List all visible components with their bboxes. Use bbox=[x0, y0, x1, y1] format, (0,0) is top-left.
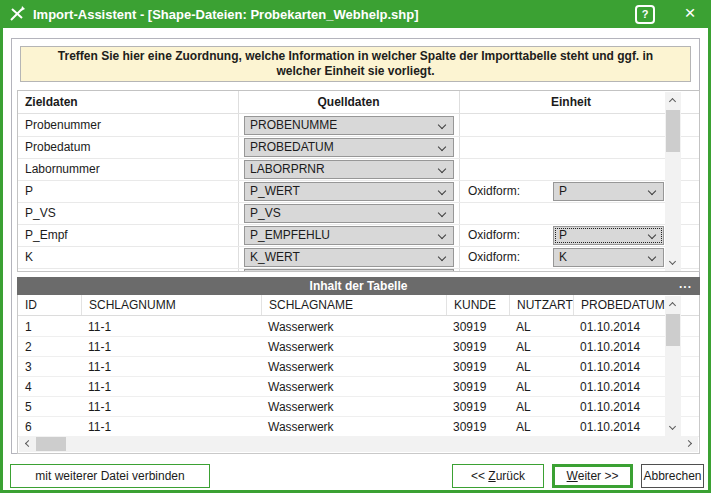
scrollbar-thumb[interactable] bbox=[36, 437, 66, 451]
mapping-row: ProbedatumPROBEDATUM bbox=[18, 137, 699, 159]
quelldaten-dropdown-probenummer[interactable]: PROBENUMME bbox=[244, 116, 454, 135]
quelldaten-dropdown-labornummer[interactable]: LABORPRNR bbox=[244, 160, 454, 179]
dropdown-value: P_WERT bbox=[250, 184, 300, 198]
dropdown-value: LABORPRNR bbox=[250, 162, 325, 176]
chevron-down-icon bbox=[438, 143, 446, 151]
help-button[interactable]: ? bbox=[635, 5, 655, 24]
table-row[interactable]: 211-1Wasserwerk30919AL01.10.2014 bbox=[18, 337, 699, 357]
scroll-up-arrow-icon[interactable] bbox=[665, 296, 681, 312]
import-assistant-dialog: Import-Assistent - [Shape-Dateien: Probe… bbox=[0, 0, 711, 493]
mapping-row: LabornummerLABORPRNR bbox=[18, 159, 699, 181]
chevron-down-icon bbox=[648, 187, 656, 195]
quelldaten-dropdown-p_empf[interactable]: P_EMPFEHLU bbox=[244, 226, 454, 245]
close-button[interactable]: × bbox=[677, 3, 703, 25]
table-cell: 11-1 bbox=[81, 317, 261, 337]
zieldaten-label: P_VS bbox=[25, 203, 56, 224]
zieldaten-label: K bbox=[25, 247, 33, 268]
zieldaten-label: Probedatum bbox=[25, 137, 90, 158]
einheit-dropdown-p[interactable]: P bbox=[553, 182, 664, 201]
table-cell: AL bbox=[509, 337, 573, 357]
mapping-vertical-scrollbar[interactable] bbox=[665, 92, 681, 271]
table-cell: AL bbox=[509, 317, 573, 337]
zieldaten-label: Labornummer bbox=[25, 159, 100, 180]
app-crossed-arrows-icon bbox=[8, 5, 26, 23]
table-cell: Wasserwerk bbox=[261, 377, 446, 397]
zieldaten-label: Probenummer bbox=[25, 115, 101, 136]
table-cell: AL bbox=[509, 417, 573, 437]
mapping-row: P_VSP_VS bbox=[18, 203, 699, 225]
quelldaten-dropdown-probedatum[interactable]: PROBEDATUM bbox=[244, 138, 454, 157]
mapping-rows: ProbenummerPROBENUMMEProbedatumPROBEDATU… bbox=[18, 115, 699, 269]
chevron-down-icon bbox=[438, 253, 446, 261]
chevron-down-icon bbox=[438, 187, 446, 195]
zieldaten-label: P bbox=[25, 181, 33, 202]
dropdown-value: K_WERT bbox=[250, 250, 300, 264]
table-horizontal-scrollbar[interactable] bbox=[19, 436, 698, 452]
table-cell: Wasserwerk bbox=[261, 357, 446, 377]
scroll-right-arrow-icon[interactable] bbox=[682, 436, 698, 452]
dropdown-value: PROBEDATUM bbox=[250, 140, 334, 154]
table-row[interactable]: 611-1Wasserwerk30919AL01.10.2014 bbox=[18, 417, 699, 437]
next-button[interactable]: Weiter >> bbox=[552, 464, 633, 488]
more-options-button[interactable]: ... bbox=[679, 277, 692, 295]
table-cell: Wasserwerk bbox=[261, 417, 446, 437]
table-cell: 30919 bbox=[446, 397, 509, 417]
mapping-row: KK_WERTOxidform:K bbox=[18, 247, 699, 269]
einheit-dropdown-k[interactable]: K bbox=[553, 248, 664, 267]
table-cell: 30919 bbox=[446, 317, 509, 337]
table-cell: 4 bbox=[18, 377, 81, 397]
table-cell: 6 bbox=[18, 417, 81, 437]
table-vertical-scrollbar[interactable] bbox=[665, 296, 681, 436]
table-cell: 11-1 bbox=[81, 357, 261, 377]
table-row[interactable]: 111-1Wasserwerk30919AL01.10.2014 bbox=[18, 317, 699, 337]
column-header-probedatum: PROBEDATUM bbox=[573, 295, 665, 315]
window-title: Import-Assistent - [Shape-Dateien: Probe… bbox=[33, 7, 419, 22]
dropdown-value: P bbox=[559, 228, 567, 242]
back-label: << Zurück bbox=[471, 469, 525, 483]
back-button[interactable]: << Zurück bbox=[452, 464, 544, 488]
table-section-title: Inhalt der Tabelle bbox=[310, 279, 408, 293]
table-row[interactable]: 411-1Wasserwerk30919AL01.10.2014 bbox=[18, 377, 699, 397]
dropdown-value: PROBENUMME bbox=[250, 118, 337, 132]
scrollbar-thumb[interactable] bbox=[666, 314, 680, 346]
chevron-down-icon bbox=[438, 209, 446, 217]
scroll-up-arrow-icon[interactable] bbox=[665, 92, 681, 108]
table-cell: 30919 bbox=[446, 337, 509, 357]
scroll-left-arrow-icon[interactable] bbox=[19, 436, 35, 452]
mapping-row: PP_WERTOxidform:P bbox=[18, 181, 699, 203]
wizard-page-panel: Treffen Sie hier eine Zuordnung, welche … bbox=[11, 38, 700, 454]
header-quelldaten: Quelldaten bbox=[238, 91, 459, 114]
chevron-down-icon bbox=[648, 231, 656, 239]
table-cell: 11-1 bbox=[81, 417, 261, 437]
column-header-id: ID bbox=[18, 295, 81, 315]
dropdown-value: P_VS bbox=[250, 206, 281, 220]
scrollbar-thumb[interactable] bbox=[666, 110, 680, 152]
table-cell: 30919 bbox=[446, 357, 509, 377]
column-header-schlagname: SCHLAGNAME bbox=[261, 295, 446, 315]
column-header-schlagnumm: SCHLAGNUMM bbox=[81, 295, 261, 315]
chevron-down-icon bbox=[438, 231, 446, 239]
table-row[interactable]: 311-1Wasserwerk30919AL01.10.2014 bbox=[18, 357, 699, 377]
table-cell: 11-1 bbox=[81, 337, 261, 357]
table-cell: Wasserwerk bbox=[261, 317, 446, 337]
einheit-dropdown-p_empf[interactable]: P bbox=[553, 226, 664, 245]
dropdown-value: K bbox=[559, 250, 567, 264]
quelldaten-dropdown-p[interactable]: P_WERT bbox=[244, 182, 454, 201]
merge-with-file-button[interactable]: mit weiterer Datei verbinden bbox=[10, 464, 210, 488]
quelldaten-dropdown-p_vs[interactable]: P_VS bbox=[244, 204, 454, 223]
scroll-down-arrow-icon[interactable] bbox=[665, 420, 681, 436]
chevron-down-icon bbox=[438, 121, 446, 129]
header-einheit: Einheit bbox=[459, 91, 683, 114]
instruction-text: Treffen Sie hier eine Zuordnung, welche … bbox=[20, 46, 691, 82]
table-cell: 1 bbox=[18, 317, 81, 337]
cancel-button[interactable]: Abbrechen bbox=[641, 464, 704, 488]
table-cell: Wasserwerk bbox=[261, 397, 446, 417]
table-row[interactable]: 511-1Wasserwerk30919AL01.10.2014 bbox=[18, 397, 699, 417]
table-cell: 01.10.2014 bbox=[573, 357, 665, 377]
scroll-down-arrow-icon[interactable] bbox=[665, 255, 681, 271]
chevron-down-icon bbox=[438, 165, 446, 173]
table-cell: 30919 bbox=[446, 417, 509, 437]
merge-with-file-label: mit weiterer Datei verbinden bbox=[35, 469, 184, 483]
next-label: Weiter >> bbox=[567, 469, 619, 483]
quelldaten-dropdown-k[interactable]: K_WERT bbox=[244, 248, 454, 267]
